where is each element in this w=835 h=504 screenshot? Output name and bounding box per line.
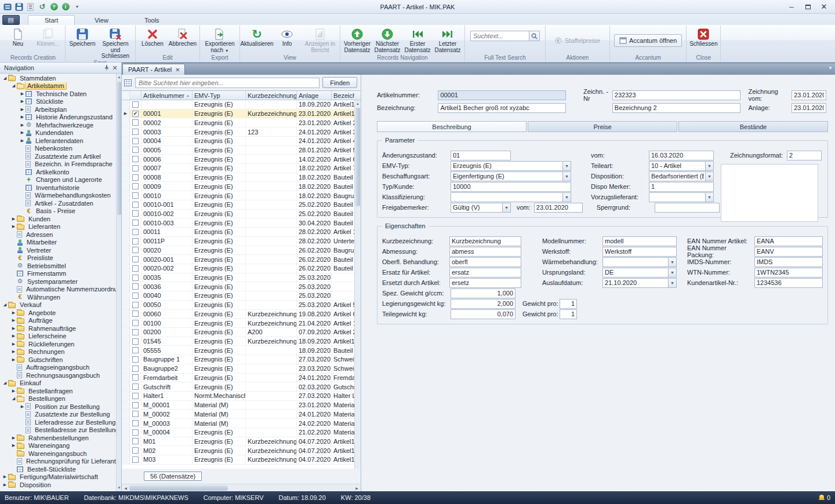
fulltext-search-input[interactable] — [470, 31, 529, 41]
scroll-down-icon[interactable]: ▼ — [117, 484, 121, 491]
table-row-00010-002[interactable]: 00010-002Erzeugnis (E)25.02.2020Bauteil … — [122, 210, 354, 219]
table-row-m01[interactable]: M01Erzeugnis (E)Kurzbezeichnung04.07.202… — [122, 437, 354, 447]
tree-item-artikelkonto[interactable]: Artikelkonto — [0, 168, 121, 176]
chevron-down-icon[interactable]: ▼ — [705, 172, 713, 181]
table-row-00020-002[interactable]: 00020-002Erzeugnis (E)26.02.2020Bauteil … — [122, 264, 354, 273]
search-icon[interactable] — [529, 31, 540, 41]
qat-dropdown-icon[interactable]: ▾ — [72, 2, 82, 12]
tree-item-historie-änderungszustand[interactable]: ▶Historie Änderungszustand — [0, 114, 121, 122]
expand-icon[interactable]: ▶ — [10, 349, 17, 354]
table-row-00011[interactable]: 00011Erzeugnis (E)28.02.2020Artikel 1 — [122, 228, 354, 237]
tree-item-stammdaten[interactable]: ◢Stammdaten — [0, 74, 121, 82]
chevron-down-icon[interactable]: ▼ — [562, 162, 571, 170]
tree-item-nebenkosten[interactable]: Nebenkosten — [0, 145, 121, 153]
table-row-00010[interactable]: 00010Erzeugnis (E)18.02.2020Baugrupp — [122, 191, 354, 200]
tree-item-lieferscheine[interactable]: ▶Lieferscheine — [0, 333, 121, 341]
table-row-01545[interactable]: 01545Erzeugnis (E)Kurzbezeichnung18.09.2… — [122, 337, 354, 346]
expand-icon[interactable]: ▶ — [10, 357, 17, 362]
expand-icon[interactable]: ▶ — [10, 389, 17, 393]
row-checkbox[interactable] — [132, 384, 139, 390]
chevron-down-icon[interactable]: ▼ — [562, 193, 571, 202]
table-row-00003[interactable]: 00003Erzeugnis (E)12324.01.2020Artikel 3 — [122, 127, 354, 137]
expand-icon[interactable]: ▶ — [10, 342, 17, 346]
chevron-down-icon[interactable]: ▼ — [562, 172, 571, 181]
ribbon-tab-view[interactable]: View — [78, 16, 125, 25]
tree-item-mehrfachwerkzeuge[interactable]: ▶Mehrfachwerkzeuge — [0, 121, 121, 129]
ribbon-tab-start[interactable]: Start — [28, 15, 75, 25]
tree-item-preisliste[interactable]: Preisliste — [0, 254, 121, 262]
kundenartikel-nr-field[interactable]: 1234536 — [754, 278, 823, 288]
scroll-up-icon[interactable]: ▲ — [355, 100, 361, 107]
expand-icon[interactable]: ▶ — [2, 483, 8, 487]
table-row-new[interactable]: Erzeugnis (E)18.09.2020Artikel1 — [122, 100, 354, 109]
row-checkbox[interactable] — [132, 275, 139, 281]
chevron-down-icon[interactable]: ▼ — [668, 268, 676, 277]
row-checkbox[interactable] — [132, 374, 139, 381]
column-header-artikelnummer[interactable]: Artikelnummer▲ — [141, 91, 193, 100]
grid-layout-icon[interactable] — [124, 78, 132, 87]
tree-item-aufträge[interactable]: ▶Aufträge — [0, 317, 121, 325]
tree-item-artikel-zusatzdaten[interactable]: Artikel - Zusatzdaten — [0, 199, 121, 207]
expand-icon[interactable]: ▶ — [10, 311, 17, 315]
scroll-up-icon[interactable]: ▲ — [117, 74, 121, 81]
tree-item-systemparameter[interactable]: Systemparameter — [0, 277, 121, 286]
table-row-00001[interactable]: ▶00001Erzeugnis (E)Kurzbezeichnung23.01.… — [122, 109, 354, 119]
tree-item-verkauf[interactable]: ◢Verkauf — [0, 301, 121, 309]
row-checkbox[interactable] — [132, 402, 139, 408]
aenderungszustand-field[interactable]: 01 — [451, 151, 511, 160]
table-row-m-00002[interactable]: M_00002Material (M)24.01.2020Material — [122, 410, 354, 419]
checkbox-column-header[interactable] — [130, 91, 141, 100]
werkstoff-field[interactable]: Werkstoff — [602, 247, 677, 257]
row-checkbox[interactable] — [132, 320, 139, 326]
row-checkbox[interactable] — [132, 283, 139, 290]
expand-icon[interactable]: ▶ — [10, 436, 17, 440]
refresh-button[interactable]: ↻ Aktualisieren — [242, 26, 272, 48]
row-checkbox[interactable] — [132, 147, 139, 153]
anlage-field[interactable]: 23.01.2020 — [792, 103, 826, 113]
zeichnungsformat-field[interactable]: 2 — [787, 151, 822, 160]
legierungsgewicht-field[interactable]: 2,000 — [451, 299, 515, 309]
row-checkbox[interactable] — [132, 174, 139, 181]
column-header-anlage[interactable]: Anlage — [297, 91, 332, 100]
bell-icon[interactable] — [819, 495, 825, 501]
tree-item-stückliste[interactable]: ▶Stückliste — [0, 98, 121, 106]
table-row-05555[interactable]: 05555Erzeugnis (E)18.09.2020Bauteil 1 — [122, 346, 354, 355]
tree-item-bestelladresse-zur-bestellung[interactable]: Bestelladresse zur Bestellung — [0, 426, 121, 434]
table-row-00002[interactable]: 00002Erzeugnis (E)23.01.2020Artikel 2 — [122, 118, 354, 127]
tree-item-technische-daten[interactable]: ▶Technische Daten — [0, 90, 121, 98]
ursprungsland-select[interactable]: DE▼ — [602, 268, 677, 277]
table-row-baugruppe2[interactable]: Baugruppe2Erzeugnis (E)23.03.2020Schweiß — [122, 364, 354, 374]
save-button[interactable]: Speichern — [67, 26, 97, 48]
row-checkbox[interactable] — [132, 420, 139, 426]
table-row-m03[interactable]: M03Erzeugnis (E)Kurzbezeichnung04.07.202… — [122, 455, 354, 465]
tree-item-rahmenaufträge[interactable]: ▶Rahmenaufträge — [0, 324, 121, 333]
tree-item-basis-preise[interactable]: Basis - Preise — [0, 207, 121, 216]
sperrgrund-field[interactable] — [655, 203, 720, 213]
table-row-halter1[interactable]: Halter1Normt.Mechanisch (N)27.03.2020Hal… — [122, 392, 354, 401]
minimize-button[interactable]: ─ — [784, 2, 799, 12]
teilegewicht-field[interactable]: 0,070 — [451, 309, 515, 319]
tree-item-währungen[interactable]: Währungen — [0, 293, 121, 301]
first-record-button[interactable]: Erster Datensatz — [402, 26, 433, 53]
accantum-open-button[interactable]: Accantum öffnen — [614, 34, 682, 47]
expand-icon[interactable]: ▶ — [10, 224, 17, 229]
modellnummer-field[interactable]: modell — [602, 236, 677, 246]
row-checkbox[interactable] — [132, 311, 139, 317]
tab-preise[interactable]: Preise — [528, 121, 677, 132]
tree-item-automatische-nummernzuordnung[interactable]: Automatische Nummernzuordnung — [0, 286, 121, 294]
tree-item-wareneingangsbuch[interactable]: Wareneingangsbuch — [0, 450, 121, 458]
close-form-button[interactable]: Schliessen — [688, 26, 718, 48]
table-row-00011p[interactable]: 00011PErzeugnis (E)28.02.2020Unterteil — [122, 237, 354, 246]
row-checkbox[interactable] — [132, 393, 139, 399]
spez-gewicht-field[interactable]: 1,000 — [451, 288, 515, 298]
typ-kunde-field[interactable]: 10000 — [451, 182, 571, 192]
row-checkbox[interactable] — [132, 138, 139, 144]
table-row-00020-001[interactable]: 00020-001Erzeugnis (E)26.02.2020Bauteil … — [122, 255, 354, 264]
scroll-right-icon[interactable]: ▶ — [353, 486, 361, 490]
close-panel-icon[interactable]: ✕ — [111, 64, 119, 72]
tree-item-chargen-und-lagerorte[interactable]: Chargen und Lagerorte — [0, 176, 121, 184]
abmessung-field[interactable]: abmess — [449, 247, 521, 257]
tree-item-adressen[interactable]: Adressen — [0, 231, 121, 239]
tree-item-lieferadresse-zur-bestellung[interactable]: Lieferadresse zur Bestellung — [0, 418, 121, 426]
chevron-down-icon[interactable]: ▼ — [502, 203, 510, 212]
